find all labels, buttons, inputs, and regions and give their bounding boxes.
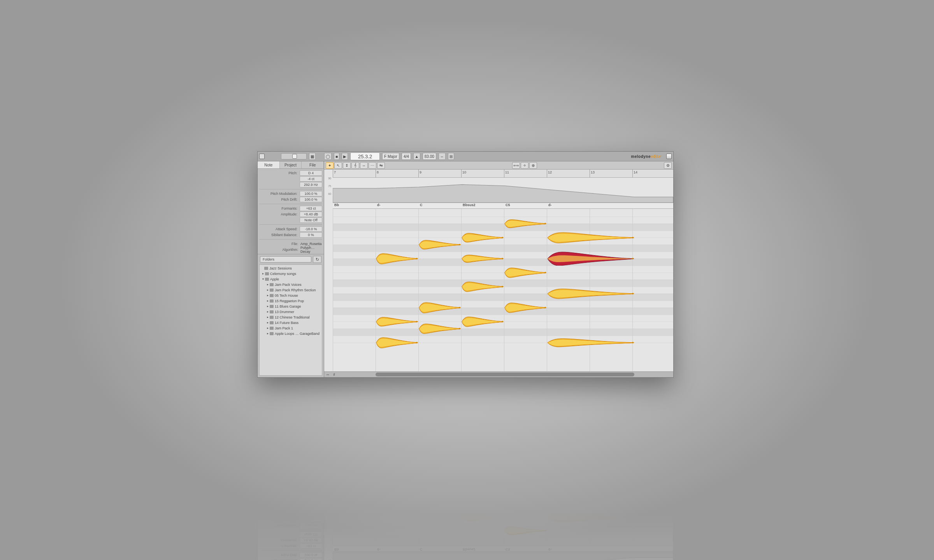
tree-caret[interactable]: ▸ — [267, 309, 269, 315]
tool-5[interactable]: ⋯ — [369, 162, 376, 169]
file-tree[interactable]: Jazz Sessions ▸ Celemony songs ▾ Apple ▸… — [259, 264, 322, 376]
tree-item[interactable]: Jazz Sessions — [261, 266, 320, 271]
note-blob[interactable] — [461, 510, 504, 524]
tree-caret[interactable]: ▸ — [267, 293, 269, 298]
tempo-field[interactable]: 83.00 — [423, 153, 436, 160]
chord-label[interactable]: d- — [548, 203, 552, 207]
note-blob[interactable] — [504, 301, 547, 315]
tree-item[interactable]: ▸ 13 Drummer — [261, 309, 320, 315]
chord-label[interactable]: C5 — [506, 203, 510, 207]
inspector-value[interactable]: 100.0 % — [300, 191, 322, 196]
note-blob[interactable] — [547, 252, 634, 266]
note-blob[interactable] — [461, 231, 504, 245]
tree-item[interactable]: ▸ 15 Reggaeton Pop — [261, 298, 320, 304]
tool-0[interactable]: ✦ — [326, 162, 334, 169]
note-blob[interactable] — [547, 510, 634, 524]
note-blob[interactable] — [504, 440, 547, 454]
time-display[interactable]: 25.3.2 — [350, 152, 380, 160]
chord-label[interactable]: Bb — [334, 203, 339, 207]
tree-caret[interactable]: ▾ — [262, 276, 264, 282]
note-blob[interactable] — [461, 315, 504, 329]
autoscroll-icon[interactable]: ↔ — [439, 153, 446, 160]
tab-note[interactable]: Note — [258, 161, 280, 168]
note-blob[interactable] — [376, 336, 418, 350]
tool-3[interactable]: 𝄞 — [351, 162, 359, 169]
note-blob[interactable] — [504, 217, 547, 231]
tree-item[interactable]: ▸ 12 Chinese Traditional — [261, 315, 320, 320]
chord-label[interactable]: d- — [377, 203, 381, 207]
zoom-slider[interactable] — [281, 153, 307, 159]
chord-label[interactable]: Bbsus2 — [463, 203, 476, 207]
note-blob[interactable] — [461, 252, 504, 266]
panel-toggle-right[interactable] — [666, 154, 672, 159]
panel-toggle-left[interactable] — [259, 154, 265, 159]
chord-label[interactable]: C — [420, 203, 423, 207]
tree-item[interactable]: ▸ Jam Pack 1 — [261, 326, 320, 331]
note-blob[interactable] — [418, 238, 461, 252]
tree-caret[interactable]: ▸ — [267, 282, 269, 287]
tool-6[interactable]: ⇆ — [377, 162, 385, 169]
time-ruler[interactable]: 7891011121314 — [333, 170, 673, 178]
inspector-value[interactable]: -18.0 % — [300, 226, 322, 232]
note-editor[interactable]: GF 4EDCBbAGF 3ED — [333, 383, 673, 546]
amplitude-lane[interactable] — [333, 178, 673, 203]
tree-item[interactable]: ▸ Apple Loops … GarageBand — [261, 331, 320, 336]
grid-icon[interactable]: ⊞ — [448, 153, 454, 160]
horizontal-scrollbar[interactable]: ↔♯ — [324, 371, 673, 377]
tree-item[interactable]: ▸ Jam Pack Voices — [261, 282, 320, 287]
note-blob[interactable] — [504, 524, 547, 538]
note-blob[interactable] — [461, 280, 504, 294]
note-blob[interactable] — [418, 503, 461, 517]
inspector-value[interactable]: 100.0 % — [300, 197, 322, 202]
note-blob[interactable] — [461, 461, 504, 475]
inspector-value[interactable]: Note Off — [300, 217, 322, 223]
tree-item[interactable]: ▸ 11 Blues Garage — [261, 304, 320, 309]
note-blob[interactable] — [376, 426, 418, 440]
center-tool-0[interactable]: ⟺ — [512, 162, 520, 169]
note-blob[interactable] — [547, 489, 634, 503]
note-blob[interactable] — [547, 231, 634, 245]
note-blob[interactable] — [547, 336, 634, 350]
note-blob[interactable] — [376, 252, 418, 266]
metronome-icon[interactable]: ▲ — [413, 153, 420, 160]
inspector-value[interactable]: -4 ct — [300, 176, 322, 182]
note-blob[interactable] — [547, 287, 634, 301]
key-select[interactable]: F Major — [382, 153, 399, 160]
snap-toggle[interactable]: ▦ — [309, 153, 316, 160]
tool-4[interactable]: ↔ — [360, 162, 368, 169]
inspector-value[interactable]: 0 % — [300, 232, 322, 238]
chord-lane[interactable]: Bbd-CBbsus2C5d- — [333, 546, 673, 551]
tree-caret[interactable]: ▸ — [267, 287, 269, 293]
note-blob[interactable] — [504, 475, 547, 489]
note-blob[interactable] — [547, 454, 634, 468]
tree-caret[interactable]: ▸ — [267, 315, 269, 320]
note-blob[interactable] — [376, 315, 418, 329]
note-blob[interactable] — [547, 405, 634, 419]
note-editor[interactable]: GF 4EDCBbAGF 3ED — [333, 209, 673, 371]
note-blob[interactable] — [376, 489, 418, 503]
note-blob[interactable] — [418, 419, 461, 433]
center-tool-2[interactable]: ⊕ — [529, 162, 537, 169]
tree-item[interactable]: ▸ 14 Future Bass — [261, 320, 320, 326]
tree-caret[interactable] — [262, 266, 263, 271]
inspector-value[interactable]: +63 ct — [300, 206, 322, 211]
note-blob[interactable] — [418, 440, 461, 454]
gear-icon[interactable]: ⚙ — [664, 162, 672, 169]
sig-select[interactable]: 4/4 — [402, 153, 411, 160]
amplitude-lane[interactable] — [333, 551, 673, 560]
tree-caret[interactable]: ▸ — [267, 304, 269, 309]
note-blob[interactable] — [461, 426, 504, 440]
refresh-icon[interactable]: ↻ — [313, 256, 321, 263]
inspector-value[interactable]: D 4 — [300, 170, 322, 176]
tree-caret[interactable]: ▸ — [267, 320, 269, 326]
tree-caret[interactable]: ▸ — [262, 271, 264, 276]
browser-selector[interactable]: Folders — [260, 256, 311, 262]
play-button[interactable]: ▶ — [342, 153, 348, 160]
note-blob[interactable] — [418, 301, 461, 315]
note-blob[interactable] — [504, 266, 547, 280]
file-tree[interactable]: Jazz Sessions ▸ Celemony songs ▾ Apple ▸… — [259, 379, 322, 490]
inspector-value[interactable]: 292.9 Hz — [300, 182, 322, 187]
tree-item[interactable]: ▾ Apple — [261, 276, 320, 282]
tree-item[interactable]: ▸ 05 Tech House — [261, 293, 320, 298]
note-blob[interactable] — [418, 322, 461, 336]
